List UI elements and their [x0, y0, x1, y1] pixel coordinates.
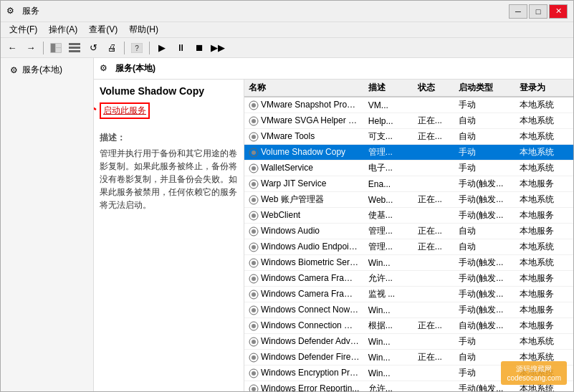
svg-rect-4 — [69, 43, 80, 45]
stop-service-button[interactable]: ⏹ — [191, 40, 208, 56]
service-status-cell: 正在... — [413, 350, 455, 365]
svg-rect-1 — [51, 44, 55, 52]
service-desc-cell: 管理... — [364, 239, 413, 255]
table-row[interactable]: VMware Tools可支...正在...自动本地系统 — [244, 129, 573, 145]
service-desc-cell: 允许... — [364, 381, 413, 392]
service-status-cell — [413, 161, 455, 176]
table-row[interactable]: Windows Audio Endpoint...管理...正在...自动本地系… — [244, 239, 573, 255]
show-hide-console-button[interactable] — [47, 40, 64, 56]
menu-view[interactable]: 查看(V) — [83, 22, 123, 37]
table-row[interactable]: Windows Connection Ma...根据...正在...自动(触发.… — [244, 318, 573, 334]
service-login-cell: 本地服务 — [515, 224, 573, 239]
service-row-icon — [249, 179, 259, 189]
svg-rect-5 — [69, 47, 80, 49]
list-view-button[interactable] — [66, 40, 83, 56]
service-name-cell: Windows Connect Now -... — [244, 302, 364, 318]
table-row[interactable]: Warp JIT ServiceEna...手动(触发...本地服务 — [244, 176, 573, 192]
table-row[interactable]: VMware SVGA Helper Se...Help...正在...自动本地… — [244, 113, 573, 129]
watermark: 源码搜藏网 codesocang.com — [501, 361, 567, 385]
service-row-icon — [249, 116, 259, 126]
service-status-cell — [413, 334, 455, 350]
service-desc-cell: Win... — [364, 302, 413, 318]
col-header-login[interactable]: 登录为 — [515, 80, 573, 97]
table-row[interactable]: Web 账户管理器Web...正在...手动(触发...本地系统 — [244, 192, 573, 208]
svg-rect-3 — [56, 48, 61, 52]
service-name-cell: VMware Snapshot Provid... — [244, 97, 364, 113]
pause-service-button[interactable]: ⏸ — [172, 40, 189, 56]
service-login-cell: 本地系统 — [515, 334, 573, 350]
service-start-cell: 手动(触发... — [454, 208, 515, 224]
service-login-cell: 本地系统 — [515, 192, 573, 208]
col-header-status[interactable]: 状态 — [413, 80, 455, 97]
table-row[interactable]: Volume Shadow Copy管理...手动本地系统 — [244, 145, 573, 161]
table-row[interactable]: Windows Camera Frame ...允许...手动(触发...本地服… — [244, 271, 573, 287]
start-service-link[interactable]: 启动此服务 — [100, 102, 150, 119]
service-status-cell — [413, 145, 455, 161]
col-header-name[interactable]: 名称 — [244, 80, 364, 97]
back-button[interactable]: ← — [4, 40, 21, 56]
service-login-cell: 本地服务 — [515, 271, 573, 287]
table-row[interactable]: Windows Camera Frame ...监视 ...手动(触发...本地… — [244, 287, 573, 302]
help-button[interactable]: ? — [128, 40, 145, 56]
service-desc-cell: Win... — [364, 255, 413, 271]
description-text: 管理并执行用于备份和其它用途的卷影复制。如果此服务被终止，备份将没有卷影复制，并… — [100, 147, 238, 211]
menu-help[interactable]: 帮助(H) — [123, 22, 164, 37]
service-start-cell: 手动(触发... — [454, 287, 515, 302]
table-row[interactable]: Windows Biometric Servi...Win...手动(触发...… — [244, 255, 573, 271]
table-row[interactable]: Windows Connect Now -...Win...手动(触发...本地… — [244, 302, 573, 318]
service-row-icon — [249, 242, 259, 252]
svg-point-43 — [252, 355, 256, 360]
service-row-icon — [249, 305, 259, 315]
sidebar-item-local-services[interactable]: ⚙ 服务(本地) — [4, 61, 90, 79]
service-status-cell — [413, 287, 455, 302]
svg-point-19 — [252, 166, 256, 171]
table-row[interactable]: VMware Snapshot Provid...VM...手动本地系统 — [244, 97, 573, 113]
table-row[interactable]: Windows Audio管理...正在...自动本地服务 — [244, 224, 573, 239]
svg-rect-2 — [56, 44, 61, 47]
service-desc-cell: 管理... — [364, 224, 413, 239]
service-row-icon — [249, 384, 259, 391]
service-start-cell: 手动(触发... — [454, 302, 515, 318]
start-service-toolbar-button[interactable]: ▶ — [153, 40, 171, 56]
refresh-button[interactable]: ↺ — [85, 40, 102, 56]
service-name-cell: Windows Error Reportin... — [244, 381, 364, 392]
separator-2 — [124, 42, 125, 54]
service-row-icon — [249, 290, 259, 300]
service-desc-cell: Web... — [364, 192, 413, 208]
content-header-icon: ⚙ — [100, 63, 111, 75]
svg-point-37 — [252, 308, 256, 312]
service-start-cell: 手动(触发... — [454, 192, 515, 208]
service-name-cell: Web 账户管理器 — [244, 192, 364, 208]
menu-action[interactable]: 操作(A) — [43, 22, 83, 37]
table-row[interactable]: WalletService电子...手动本地系统 — [244, 161, 573, 176]
separator-3 — [149, 42, 150, 54]
table-row[interactable]: Windows Defender Adva...Win...手动本地系统 — [244, 334, 573, 350]
content-body: Volume Shadow Copy 启动此服务 — [94, 80, 573, 391]
service-login-cell: 本地服务 — [515, 287, 573, 302]
service-desc-cell: Win... — [364, 365, 413, 381]
description-label: 描述： — [100, 132, 238, 144]
service-desc-cell: 根据... — [364, 318, 413, 334]
service-start-cell: 手动 — [454, 334, 515, 350]
close-button[interactable]: ✕ — [549, 4, 568, 19]
service-row-icon — [249, 368, 259, 378]
separator-1 — [43, 42, 44, 54]
services-table-container[interactable]: 名称 描述 状态 启动类型 登录为 VMware Snapshot Provid… — [244, 80, 573, 391]
service-desc-cell: 可支... — [364, 129, 413, 145]
left-panel: Volume Shadow Copy 启动此服务 — [94, 80, 244, 391]
restart-service-button[interactable]: ▶▶ — [209, 40, 226, 56]
forward-button[interactable]: → — [22, 40, 39, 56]
service-start-cell: 手动(触发... — [454, 255, 515, 271]
service-desc-cell: 电子... — [364, 161, 413, 176]
service-start-cell: 自动 — [454, 224, 515, 239]
service-row-icon — [249, 100, 259, 110]
maximize-button[interactable]: □ — [529, 4, 547, 19]
svg-point-47 — [252, 387, 256, 391]
minimize-button[interactable]: ─ — [509, 4, 527, 19]
table-row[interactable]: WebClient使基...手动(触发...本地服务 — [244, 208, 573, 224]
menu-file[interactable]: 文件(F) — [4, 22, 43, 37]
col-header-desc[interactable]: 描述 — [364, 80, 413, 97]
service-row-icon — [249, 211, 259, 221]
col-header-start[interactable]: 启动类型 — [454, 80, 515, 97]
print-button[interactable]: 🖨 — [103, 40, 120, 56]
